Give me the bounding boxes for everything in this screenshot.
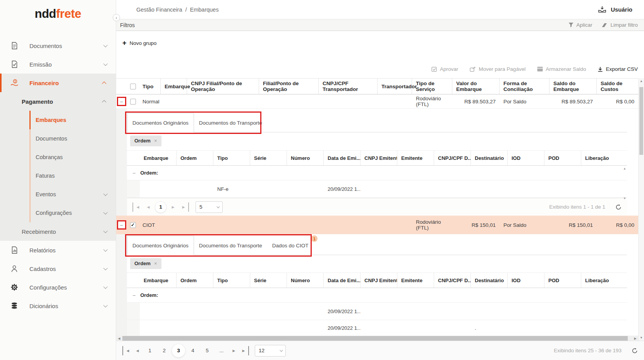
table-row-normal[interactable]: − Normal Rodoviário (FTL) R$ 89.503,27 P… (116, 94, 638, 109)
sidebar-item-eventos[interactable]: Eventos (0, 185, 116, 204)
select-all-checkbox[interactable] (130, 84, 136, 89)
collapse-row-button[interactable]: − (118, 98, 125, 105)
column-header-valor[interactable]: Valor do Embarque (452, 79, 500, 94)
sidebar-item-emissao[interactable]: Emissão (0, 55, 116, 74)
page-size-select[interactable]: 12 (255, 345, 286, 357)
subcolumn-ordem[interactable]: Ordem (177, 273, 213, 288)
page-number-button[interactable]: 1 (155, 201, 167, 213)
new-group-button[interactable]: + Novo grupo (122, 39, 156, 46)
scrollbar-thumb[interactable] (122, 336, 628, 341)
sidebar-item-financeiro[interactable]: Financeiro (0, 74, 116, 92)
export-csv-button[interactable]: Exportar CSV (598, 66, 638, 72)
sidebar-item-pagamento[interactable]: Pagamento (0, 92, 116, 111)
subcolumn-serie[interactable]: Série (250, 273, 287, 288)
group-chip-ordem[interactable]: Ordem × (130, 135, 161, 146)
tab-documentos-transporte[interactable]: Documentos do Transporte (194, 113, 267, 132)
sidebar-item-documentos-pagamento[interactable]: Documentos (0, 129, 116, 148)
store-balance-button[interactable]: Armazenar Saldo (537, 66, 586, 72)
column-header-embarque[interactable]: Embarque (161, 79, 187, 94)
column-header-filial[interactable]: Filial/Ponto de Operação (259, 79, 319, 94)
scroll-right-icon[interactable]: ▶ (632, 336, 638, 341)
clear-filter-button[interactable]: Limpar filtro (601, 22, 638, 28)
page-5-button[interactable]: 5 (201, 344, 214, 357)
subcolumn-cnpj-emitente[interactable]: CNPJ Emitente (361, 151, 397, 165)
sidebar-collapse-button[interactable]: ‹ (113, 14, 120, 21)
scroll-up-icon[interactable]: ▲ (623, 167, 626, 170)
breadcrumb-parent[interactable]: Gestão Financeira (136, 7, 182, 13)
group-chip-ordem[interactable]: Ordem × (130, 258, 161, 269)
sidebar-item-cadastros[interactable]: Cadastros (0, 259, 116, 278)
column-header-forma-conciliacao[interactable]: Forma de Conciliação (500, 79, 550, 94)
page-3-button-active[interactable]: 3 (172, 344, 185, 357)
subtable-group-row[interactable]: − Ordem: (127, 166, 627, 180)
apply-filter-button[interactable]: Aplicar (568, 22, 592, 28)
subtable-row[interactable]: NF-e 20/09/2022 1... (127, 180, 627, 198)
sidebar-item-faturas[interactable]: Faturas (0, 166, 116, 185)
subcolumn-pod[interactable]: POD (544, 151, 581, 165)
first-page-button[interactable]: ◀ (122, 346, 132, 355)
subcolumn-cnpj-destinatario[interactable]: CNPJ/CPF D... (434, 273, 471, 288)
subcolumn-data-emissao[interactable]: Data de Emi... (324, 151, 361, 165)
subcolumn-destinatario[interactable]: Destinatário (471, 273, 508, 288)
first-page-button[interactable]: ◀ (132, 202, 142, 212)
subcolumn-embarque[interactable]: Embarque (140, 151, 177, 165)
scrollbar-track[interactable] (122, 336, 632, 341)
last-page-button[interactable]: ▶ (180, 202, 189, 212)
subcolumn-tipo[interactable]: Tipo (213, 273, 250, 288)
sidebar-item-relatorios[interactable]: Relatórios (0, 241, 116, 259)
tab-dados-ciot[interactable]: Dados do CIOT 1 (267, 236, 314, 255)
page-4-button[interactable]: 4 (186, 344, 199, 357)
refresh-icon[interactable] (615, 204, 622, 210)
subcolumn-destinatario[interactable]: Destinatário (471, 151, 508, 165)
sidebar-item-configuracoes-pagamento[interactable]: Configurações (0, 204, 116, 222)
page-size-select[interactable]: 5 (196, 201, 223, 213)
subcolumn-iod[interactable]: IOD (508, 273, 544, 288)
close-icon[interactable]: × (154, 261, 157, 266)
column-header-cnpj-transportador[interactable]: CNPJ/CPF Transportador (319, 79, 378, 94)
horizontal-scrollbar[interactable]: ◀ ▶ (116, 336, 638, 341)
scroll-left-icon[interactable]: ◀ (116, 336, 122, 341)
tab-documentos-originarios[interactable]: Documentos Originários (127, 236, 194, 255)
subcolumn-emitente[interactable]: Emitente (397, 151, 434, 165)
subcolumn-pod[interactable]: POD (544, 273, 581, 288)
move-to-payable-button[interactable]: Mover para Pagável (470, 66, 526, 72)
subcolumn-iod[interactable]: IOD (508, 151, 544, 165)
sidebar-item-documentos[interactable]: Documentos (0, 36, 116, 55)
scrollbar-thumb[interactable] (639, 87, 643, 155)
column-header-transportador[interactable]: Transportador (378, 79, 412, 94)
page-1-button[interactable]: 1 (143, 344, 156, 357)
sidebar-item-configuracoes[interactable]: Configurações (0, 278, 116, 297)
subcolumn-emitente[interactable]: Emitente (397, 273, 434, 288)
scroll-down-icon[interactable]: ▼ (623, 197, 626, 200)
vertical-scrollbar[interactable]: ▲ ▼ (638, 78, 644, 341)
previous-page-button[interactable]: ◀ (144, 202, 153, 212)
close-icon[interactable]: × (154, 138, 157, 144)
refresh-icon[interactable] (632, 348, 638, 354)
subtable-row[interactable]: 20/09/2022 1... (127, 303, 627, 320)
scrollbar-track[interactable] (639, 84, 644, 335)
subtable-group-row[interactable]: − Ordem: (127, 288, 627, 303)
collapse-row-button[interactable]: − (118, 221, 125, 228)
scroll-down-icon[interactable]: ▼ (640, 335, 643, 341)
subcolumn-cnpj-destinatario[interactable]: CNPJ/CPF D... (434, 151, 471, 165)
table-row-ciot[interactable]: − ✓ CIOT Rodoviário (FTL) R$ 150,01 Por … (116, 216, 638, 234)
sidebar-item-recebimento[interactable]: Recebimento (0, 222, 116, 241)
sidebar-item-cobrancas[interactable]: Cobranças (0, 148, 116, 166)
subtable-scrollbar[interactable]: ▲▼ (622, 167, 627, 200)
tab-documentos-originarios[interactable]: Documentos Originários (127, 113, 194, 132)
subtable-row[interactable]: 20/09/2022 1... . (127, 320, 627, 336)
approve-button[interactable]: Aprovar (431, 66, 458, 72)
subcolumn-ordem[interactable]: Ordem (177, 151, 213, 165)
previous-page-button[interactable]: ◀ (133, 346, 142, 355)
user-menu[interactable]: Usuário (598, 5, 632, 14)
next-page-button[interactable]: ▶ (168, 202, 178, 212)
subcolumn-data-emissao[interactable]: Data de Emi... (324, 273, 361, 288)
subcolumn-embarque[interactable]: Embarque (140, 273, 177, 288)
page-2-button[interactable]: 2 (158, 344, 171, 357)
column-header-saldo-custos[interactable]: Saldo de Custos (597, 79, 638, 94)
next-page-button[interactable]: ▶ (229, 346, 239, 355)
column-header-tipo-servico[interactable]: Tipo de Serviço (412, 79, 452, 94)
scroll-up-icon[interactable]: ▲ (640, 78, 643, 84)
subcolumn-liberacao[interactable]: Liberação (581, 151, 627, 165)
row-checkbox[interactable] (130, 99, 136, 105)
